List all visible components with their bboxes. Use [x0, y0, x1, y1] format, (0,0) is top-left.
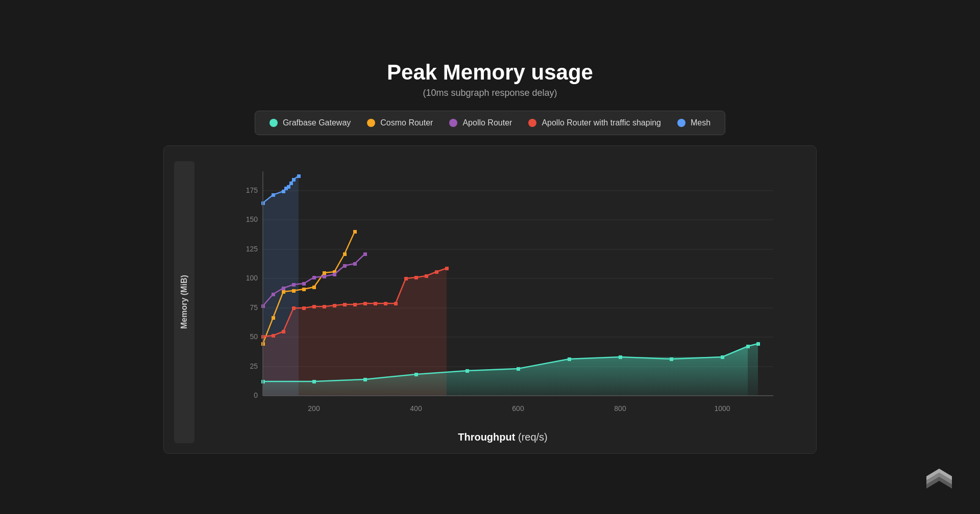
- legend: Grafbase Gateway Cosmo Router Apollo Rou…: [255, 111, 725, 135]
- svg-rect-55: [282, 330, 285, 333]
- svg-rect-57: [302, 306, 306, 310]
- svg-rect-44: [282, 287, 285, 290]
- svg-rect-82: [721, 355, 724, 359]
- svg-rect-54: [272, 334, 275, 338]
- chart-container: Peak Memory usage (10ms subgraph respons…: [163, 60, 817, 454]
- svg-text:150: 150: [246, 215, 258, 223]
- svg-rect-34: [282, 290, 285, 294]
- svg-rect-78: [517, 367, 520, 371]
- svg-rect-66: [394, 302, 398, 305]
- svg-rect-52: [363, 252, 367, 256]
- svg-text:1000: 1000: [714, 404, 730, 413]
- svg-rect-25: [272, 193, 275, 197]
- svg-rect-30: [292, 178, 296, 182]
- svg-rect-71: [445, 267, 449, 270]
- svg-rect-45: [292, 283, 296, 287]
- mesh-label: Mesh: [691, 118, 710, 127]
- svg-rect-47: [312, 276, 316, 279]
- svg-rect-29: [289, 182, 293, 185]
- legend-item-cosmo: Cosmo Router: [367, 118, 433, 127]
- svg-text:75: 75: [250, 303, 258, 312]
- x-axis-label-text: Throughput: [458, 431, 515, 443]
- svg-rect-35: [292, 289, 296, 293]
- chart-area: 0 25 50 75 100 125 150 175 200 400 600 8…: [200, 161, 806, 443]
- svg-rect-46: [302, 282, 306, 286]
- svg-rect-56: [292, 306, 296, 310]
- svg-rect-59: [323, 305, 326, 309]
- x-axis-unit: (req/s): [518, 431, 548, 443]
- svg-rect-60: [333, 304, 336, 307]
- svg-rect-28: [287, 185, 290, 189]
- svg-rect-65: [384, 302, 387, 305]
- y-axis-label: Memory (MiB): [174, 161, 194, 443]
- apollo-dot: [449, 119, 457, 127]
- svg-rect-41: [353, 230, 357, 234]
- legend-item-mesh: Mesh: [677, 118, 710, 127]
- main-chart: 0 25 50 75 100 125 150 175 200 400 600 8…: [200, 161, 806, 426]
- svg-rect-31: [297, 174, 301, 178]
- svg-text:175: 175: [246, 186, 258, 194]
- cosmo-dot: [367, 119, 375, 127]
- cosmo-label: Cosmo Router: [380, 118, 433, 127]
- svg-rect-51: [353, 262, 357, 266]
- svg-rect-64: [374, 302, 377, 305]
- svg-text:600: 600: [512, 404, 524, 413]
- svg-rect-75: [363, 378, 367, 381]
- svg-rect-77: [465, 369, 469, 373]
- grafbase-dot: [270, 119, 278, 127]
- svg-rect-61: [343, 303, 347, 306]
- legend-item-grafbase: Grafbase Gateway: [270, 118, 351, 127]
- apollo-ts-dot: [528, 119, 536, 127]
- svg-text:125: 125: [246, 245, 258, 253]
- svg-rect-80: [619, 355, 622, 359]
- svg-rect-50: [343, 264, 347, 268]
- svg-rect-83: [746, 345, 750, 348]
- svg-rect-36: [302, 288, 306, 291]
- svg-rect-37: [312, 286, 316, 289]
- svg-rect-74: [312, 380, 316, 383]
- svg-rect-43: [272, 293, 275, 296]
- svg-text:50: 50: [250, 332, 258, 341]
- svg-rect-68: [414, 276, 418, 279]
- svg-rect-63: [363, 302, 367, 305]
- svg-text:25: 25: [250, 362, 258, 370]
- chart-title: Peak Memory usage: [387, 60, 593, 85]
- chart-subtitle: (10ms subgraph response delay): [423, 88, 557, 98]
- chart-wrapper: Memory (MiB): [163, 145, 817, 454]
- apollo-ts-label: Apollo Router with traffic shaping: [542, 118, 661, 127]
- legend-item-apollo-ts: Apollo Router with traffic shaping: [528, 118, 661, 127]
- svg-rect-67: [404, 277, 408, 280]
- svg-rect-33: [272, 316, 275, 320]
- svg-rect-70: [435, 270, 438, 274]
- svg-rect-40: [343, 252, 347, 256]
- grafbase-label: Grafbase Gateway: [283, 118, 351, 127]
- svg-rect-69: [425, 274, 428, 278]
- legend-item-apollo: Apollo Router: [449, 118, 512, 127]
- mesh-dot: [677, 119, 685, 127]
- svg-rect-84: [756, 342, 760, 346]
- svg-rect-49: [333, 273, 336, 276]
- svg-rect-58: [312, 305, 316, 309]
- svg-rect-76: [414, 373, 418, 376]
- logo: [924, 466, 954, 499]
- svg-text:800: 800: [614, 404, 626, 413]
- svg-text:400: 400: [410, 404, 422, 413]
- svg-text:200: 200: [308, 404, 320, 413]
- svg-rect-26: [282, 190, 285, 193]
- svg-rect-79: [568, 357, 571, 361]
- svg-rect-38: [323, 271, 326, 275]
- svg-rect-62: [353, 303, 357, 306]
- svg-rect-81: [670, 357, 673, 361]
- svg-text:0: 0: [254, 391, 258, 399]
- apollo-label: Apollo Router: [462, 118, 512, 127]
- svg-rect-48: [323, 275, 326, 278]
- x-axis-label: Throughput (req/s): [200, 431, 806, 443]
- svg-text:100: 100: [246, 274, 258, 282]
